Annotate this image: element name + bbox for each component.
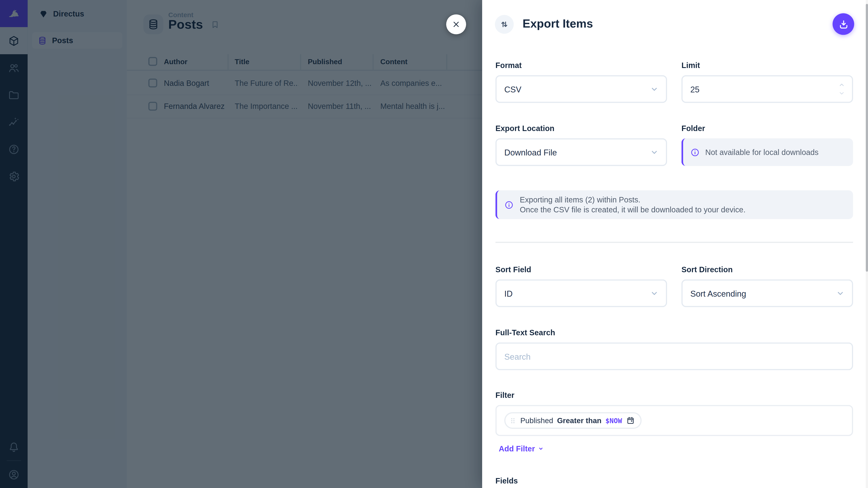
filter-rule-chip[interactable]: Published Greater than $NOW — [504, 412, 642, 429]
limit-field: Limit — [682, 60, 853, 103]
sort-field-field: Sort Field ID — [495, 264, 667, 307]
close-drawer-button[interactable] — [446, 14, 466, 34]
sort-direction-value: Sort Ascending — [690, 289, 746, 298]
drag-handle-icon[interactable] — [509, 416, 517, 425]
export-notice-line1: Exporting all items (2) within Posts. — [520, 195, 746, 205]
add-filter-label: Add Filter — [499, 445, 535, 453]
filter-field: Filter Published Greater than $NOW — [495, 390, 853, 436]
section-divider — [495, 242, 853, 243]
stepper-down-icon[interactable] — [838, 90, 845, 97]
sort-field-value: ID — [504, 289, 513, 298]
limit-label: Limit — [682, 60, 853, 71]
swap-vert-icon — [499, 19, 510, 30]
search-input[interactable] — [495, 343, 853, 370]
chevron-down-icon — [649, 147, 659, 157]
folder-notice: Not available for local downloads — [682, 138, 853, 166]
export-notice-text: Exporting all items (2) within Posts. On… — [520, 195, 746, 215]
directus-app: Directus Posts Content Posts Author Titl… — [0, 0, 868, 488]
export-location-select[interactable]: Download File — [495, 138, 667, 166]
calendar-icon[interactable] — [626, 416, 635, 425]
limit-input[interactable] — [690, 76, 830, 102]
filter-field-name: Published — [520, 416, 553, 425]
export-info-notice: Exporting all items (2) within Posts. On… — [495, 190, 853, 219]
limit-stepper[interactable] — [838, 81, 845, 97]
format-limit-row: Format CSV Limit — [495, 60, 853, 103]
stepper-up-icon[interactable] — [838, 81, 845, 89]
filter-label: Filter — [495, 390, 853, 400]
close-icon — [452, 20, 460, 29]
folder-notice-text: Not available for local downloads — [705, 148, 818, 157]
chevron-down-icon — [649, 288, 659, 298]
fields-section-label: Fields — [495, 477, 518, 485]
export-location-label: Export Location — [495, 123, 667, 134]
drawer-backdrop[interactable] — [0, 0, 482, 488]
format-field: Format CSV — [495, 60, 667, 103]
add-filter-button[interactable]: Add Filter — [499, 445, 545, 453]
start-export-button[interactable] — [833, 13, 854, 35]
full-text-search-field: Full-Text Search — [495, 327, 853, 370]
export-notice-line2: Once the CSV file is created, it will be… — [520, 205, 746, 215]
chevron-down-icon — [649, 84, 659, 94]
sort-field-select[interactable]: ID — [495, 280, 667, 307]
full-text-search-label: Full-Text Search — [495, 327, 853, 338]
scrollbar-track[interactable] — [866, 0, 868, 488]
chevron-down-icon — [537, 445, 545, 453]
sort-field-label: Sort Field — [495, 264, 667, 275]
location-folder-row: Export Location Download File Folder Not… — [495, 123, 853, 166]
drawer-title: Export Items — [523, 17, 593, 31]
sort-direction-label: Sort Direction — [682, 264, 853, 275]
sort-direction-select[interactable]: Sort Ascending — [682, 280, 853, 307]
filter-value[interactable]: $NOW — [605, 416, 622, 425]
info-icon — [690, 148, 700, 157]
export-location-value: Download File — [504, 148, 557, 157]
format-label: Format — [495, 60, 667, 71]
export-header-icon-circle — [495, 15, 514, 34]
format-value: CSV — [504, 84, 522, 94]
sort-row: Sort Field ID Sort Direction Sort Ascend… — [495, 264, 853, 307]
download-icon — [838, 19, 849, 30]
chevron-down-icon — [835, 288, 845, 298]
scrollbar-thumb[interactable] — [866, 4, 868, 271]
limit-input-wrap — [682, 75, 853, 103]
filter-box: Published Greater than $NOW — [495, 405, 853, 436]
info-icon — [504, 200, 514, 209]
export-location-field: Export Location Download File — [495, 123, 667, 166]
filter-operator[interactable]: Greater than — [557, 416, 601, 425]
sort-direction-field: Sort Direction Sort Ascending — [682, 264, 853, 307]
folder-field: Folder Not available for local downloads — [682, 123, 853, 166]
export-items-drawer: Export Items Format CSV Limit — [482, 0, 868, 488]
folder-label: Folder — [682, 123, 853, 134]
format-select[interactable]: CSV — [495, 75, 667, 103]
